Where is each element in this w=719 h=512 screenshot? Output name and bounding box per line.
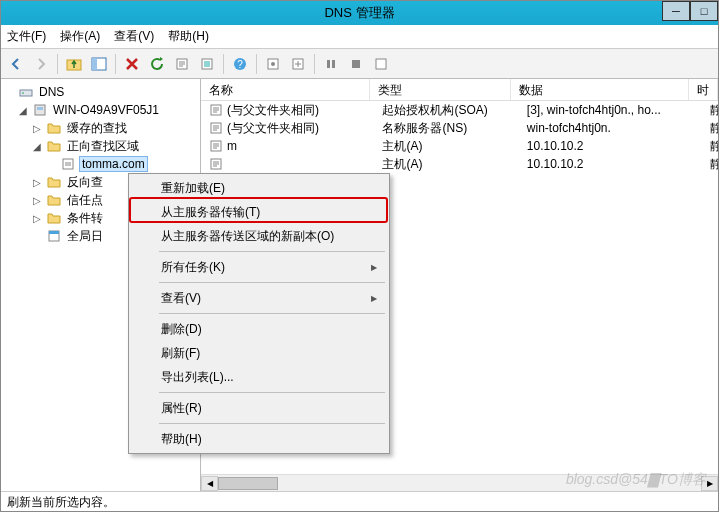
help-button[interactable]: ? [229, 53, 251, 75]
cell-type: 主机(A) [374, 138, 518, 155]
menu-bar: 文件(F) 操作(A) 查看(V) 帮助(H) [1, 25, 718, 49]
status-text: 刷新当前所选内容。 [7, 495, 115, 509]
tree-root-dns[interactable]: DNS [3, 83, 198, 101]
menu-help[interactable]: 帮助(H) [168, 28, 209, 45]
cell-data: 10.10.10.2 [519, 157, 702, 171]
window-title: DNS 管理器 [324, 4, 394, 22]
col-header-type[interactable]: 类型 [370, 79, 511, 100]
tree-cache[interactable]: ▷ 缓存的查找 [3, 119, 198, 137]
ctx-help[interactable]: 帮助(H) [131, 427, 387, 451]
list-row[interactable]: m主机(A)10.10.10.2静态 [201, 137, 718, 155]
delete-button[interactable] [121, 53, 143, 75]
svg-point-8 [271, 62, 275, 66]
server-icon [32, 102, 48, 118]
folder-icon [46, 138, 62, 154]
svg-rect-14 [20, 90, 32, 96]
list-row[interactable]: (与父文件夹相同)起始授权机构(SOA)[3], win-tofch4htj0n… [201, 101, 718, 119]
toolbar: ? [1, 49, 718, 79]
ctx-view[interactable]: 查看(V) [131, 286, 387, 310]
expand-icon[interactable]: ▷ [31, 213, 43, 224]
expand-icon[interactable]: ◢ [17, 105, 29, 116]
ctx-transfer[interactable]: 从主服务器传输(T) [131, 200, 387, 224]
cell-name: m [227, 139, 237, 153]
start-button[interactable] [320, 53, 342, 75]
scroll-thumb[interactable] [218, 477, 278, 490]
horizontal-scrollbar[interactable]: ◀ ▶ [201, 474, 718, 491]
ctx-refresh[interactable]: 刷新(F) [131, 341, 387, 365]
ctx-delete[interactable]: 删除(D) [131, 317, 387, 341]
record-icon [209, 139, 223, 153]
scroll-left-button[interactable]: ◀ [201, 476, 218, 491]
ctx-new-copy[interactable]: 从主服务器传送区域的新副本(O) [131, 224, 387, 248]
ctx-separator [159, 251, 385, 252]
ctx-reload[interactable]: 重新加载(E) [131, 176, 387, 200]
zone-icon [60, 156, 76, 172]
col-header-data[interactable]: 数据 [511, 79, 689, 100]
cell-data: 10.10.10.2 [519, 139, 702, 153]
dns-icon [18, 84, 34, 100]
svg-point-15 [22, 92, 24, 94]
svg-rect-18 [63, 159, 73, 169]
show-hide-tree-button[interactable] [88, 53, 110, 75]
record-icon [209, 157, 223, 171]
ctx-all-tasks[interactable]: 所有任务(K) [131, 255, 387, 279]
list-row[interactable]: (与父文件夹相同)名称服务器(NS)win-tofch4htj0n.静态 [201, 119, 718, 137]
scroll-right-button[interactable]: ▶ [701, 476, 718, 491]
col-header-time[interactable]: 时 [689, 79, 718, 100]
ctx-separator [159, 392, 385, 393]
menu-file[interactable]: 文件(F) [7, 28, 46, 45]
forward-button[interactable] [30, 53, 52, 75]
list-header: 名称 类型 数据 时 [201, 79, 718, 101]
svg-text:?: ? [237, 59, 243, 70]
export-button[interactable] [171, 53, 193, 75]
stop-button[interactable] [345, 53, 367, 75]
record-icon [209, 103, 223, 117]
ctx-properties[interactable]: 属性(R) [131, 396, 387, 420]
new-button[interactable] [287, 53, 309, 75]
ctx-separator [159, 423, 385, 424]
svg-rect-2 [92, 58, 97, 70]
refresh-button[interactable] [146, 53, 168, 75]
svg-rect-10 [327, 60, 330, 68]
cell-data: win-tofch4htj0n. [519, 121, 702, 135]
record-icon [209, 121, 223, 135]
col-header-name[interactable]: 名称 [201, 79, 370, 100]
folder-icon [46, 174, 62, 190]
filter-button[interactable] [262, 53, 284, 75]
folder-icon [46, 192, 62, 208]
expand-icon[interactable]: ▷ [31, 123, 43, 134]
up-button[interactable] [63, 53, 85, 75]
folder-icon [46, 120, 62, 136]
cell-type: 起始授权机构(SOA) [374, 102, 518, 119]
scroll-track[interactable] [218, 476, 701, 491]
window-controls: ─ □ [662, 1, 718, 21]
cell-time: 静态 [702, 102, 718, 119]
menu-action[interactable]: 操作(A) [60, 28, 100, 45]
maximize-button[interactable]: □ [690, 1, 718, 21]
properties-button[interactable] [196, 53, 218, 75]
cell-type: 名称服务器(NS) [374, 120, 518, 137]
svg-rect-20 [49, 231, 59, 234]
cell-time: 静态 [702, 138, 718, 155]
cell-type: 主机(A) [374, 156, 518, 173]
svg-rect-17 [37, 107, 43, 110]
list-row[interactable]: 主机(A)10.10.10.2静态 [201, 155, 718, 173]
log-icon [46, 228, 62, 244]
cell-time: 静态 [702, 156, 718, 173]
tree-zone-tomma[interactable]: tomma.com [3, 155, 198, 173]
menu-view[interactable]: 查看(V) [114, 28, 154, 45]
restart-button[interactable] [370, 53, 392, 75]
tree-forward-zones[interactable]: ◢ 正向查找区域 [3, 137, 198, 155]
tree-server[interactable]: ◢ WIN-O49A9VF05J1 [3, 101, 198, 119]
back-button[interactable] [5, 53, 27, 75]
ctx-separator [159, 313, 385, 314]
expand-icon[interactable]: ▷ [31, 177, 43, 188]
status-bar: 刷新当前所选内容。 [1, 491, 718, 511]
expand-icon[interactable]: ◢ [31, 141, 43, 152]
cell-time: 静态 [702, 120, 718, 137]
ctx-export[interactable]: 导出列表(L)... [131, 365, 387, 389]
minimize-button[interactable]: ─ [662, 1, 690, 21]
expand-icon[interactable]: ▷ [31, 195, 43, 206]
svg-rect-11 [332, 60, 335, 68]
svg-rect-12 [352, 60, 360, 68]
